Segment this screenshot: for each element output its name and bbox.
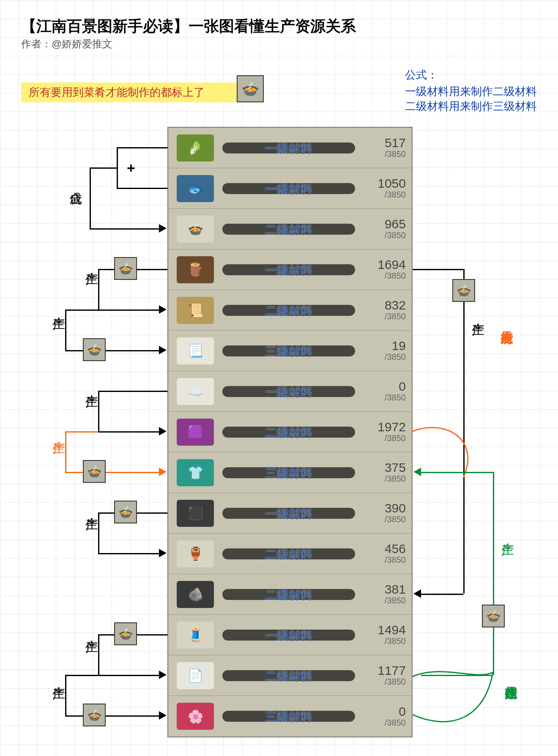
resource-row: 🧵 一级材料 1494 /3850	[168, 615, 412, 655]
plus-symbol: +	[127, 160, 135, 176]
resource-count: 1177 /3850	[359, 664, 406, 687]
dish-icon: 🍲	[114, 501, 137, 523]
resource-icon-slot: 🪨	[172, 578, 218, 611]
resource-row: 📃 三级材料 19 /3850	[168, 331, 412, 371]
resource-bar: 一级材料	[222, 260, 355, 279]
porcelain-icon: 🏺	[177, 540, 214, 567]
dish-icon: 🍲	[114, 622, 137, 645]
resource-row: 🪵 一级材料 1694 /3850	[168, 249, 412, 290]
tier-label: 一级材料	[265, 181, 312, 197]
resource-icon-slot: 🥬	[172, 132, 218, 164]
resource-bar: 三级材料	[222, 463, 355, 482]
resource-row: 🐟 一级材料 1050 /3850	[168, 168, 412, 209]
resource-row: 📄 二级材料 1177 /3850	[168, 655, 412, 696]
resource-count: 517 /3850	[359, 137, 406, 159]
formula-line: 二级材料用来制作三级材料	[405, 99, 537, 114]
resource-bar: 一级材料	[222, 138, 355, 158]
resource-count: 965 /3850	[359, 218, 406, 240]
embroidery-icon: 🌸	[177, 703, 214, 730]
resource-icon-slot: ☁️	[172, 375, 218, 408]
resource-count: 390 /3850	[359, 502, 406, 524]
formula-line: 一级材料用来制作二级材料	[405, 84, 537, 99]
dish-icon: 🍲	[177, 216, 214, 243]
dish-icon: 🍲	[83, 460, 106, 483]
resource-count: 381 /3850	[359, 583, 406, 605]
resource-bar: 二级材料	[222, 585, 355, 604]
resource-icon-slot: 🟪	[172, 416, 218, 448]
tier-label: 一级材料	[265, 506, 312, 522]
curve-green	[413, 668, 506, 736]
clay-icon: ⬛	[177, 500, 214, 527]
resource-count: 1050 /3850	[359, 177, 406, 200]
tier-label: 二级材料	[265, 222, 312, 238]
tier-label: 一级材料	[265, 628, 312, 644]
resource-row: ☁️ 一级材料 0 /3850	[168, 371, 412, 412]
tier-label: 二级材料	[265, 547, 312, 563]
formula-box: 公式： 一级材料用来制作二级材料 二级材料用来制作三级材料	[405, 68, 537, 114]
silk-cloth-icon: 📄	[177, 662, 214, 689]
formula-heading: 公式：	[405, 68, 537, 82]
tier-label: 二级材料	[265, 303, 312, 319]
resource-count: 832 /3850	[359, 299, 406, 321]
page-title: 【江南百景图新手必读】一张图看懂生产资源关系	[21, 16, 356, 37]
resource-icon-slot: 📃	[172, 335, 218, 367]
resource-bar: 二级材料	[222, 301, 355, 320]
resource-icon-slot: 🧵	[172, 619, 218, 651]
resource-count: 1972 /3850	[359, 421, 406, 443]
resource-row: 🍲 二级材料 965 /3850	[168, 209, 412, 249]
resource-bar: 二级材料	[222, 422, 355, 442]
resource-count: 0 /3850	[359, 380, 406, 403]
dish-icon: 🍲	[452, 279, 475, 302]
highlight-note: 所有要用到菜肴才能制作的都标上了	[21, 82, 251, 102]
vegetable-icon: 🥬	[177, 134, 214, 162]
resource-count: 19 /3850	[359, 340, 406, 362]
resource-icon-slot: 🍲	[172, 213, 218, 245]
dish-icon: 🍲	[83, 704, 106, 726]
tier-label: 二级材料	[265, 425, 312, 441]
tier-label: 一级材料	[265, 263, 312, 279]
resource-bar: 一级材料	[222, 504, 355, 523]
resource-row: ⬛ 一级材料 390 /3850	[168, 493, 412, 534]
resource-icon-slot: 🐟	[172, 173, 218, 205]
curve-orange	[413, 423, 489, 482]
tier-label: 一级材料	[265, 141, 312, 157]
resource-icon-slot: 📄	[172, 660, 218, 692]
resource-bar: 二级材料	[222, 544, 355, 564]
resource-icon-slot: 🏺	[172, 538, 218, 570]
garment-icon: 👕	[177, 459, 214, 486]
resource-count: 375 /3850	[359, 461, 406, 484]
resource-bar: 二级材料	[222, 219, 355, 239]
resource-row: 🪨 二级材料 381 /3850	[168, 574, 412, 615]
resource-panel: 🥬 一级材料 517 /3850 🐟 一级材料 1050 /3850 🍲 二级材…	[167, 127, 413, 737]
tier-label: 三级材料	[265, 709, 312, 725]
resource-bar: 三级材料	[222, 341, 355, 361]
author-line: 作者：@娇娇爱推文	[21, 37, 112, 51]
resource-row: 📜 二级材料 832 /3850	[168, 290, 412, 331]
tier-label: 一级材料	[265, 384, 312, 400]
silk-raw-icon: 🧵	[177, 622, 214, 649]
resource-row: 🌸 三级材料 0 /3850	[168, 696, 412, 737]
tier-label: 二级材料	[265, 587, 312, 603]
tier-label: 三级材料	[265, 344, 312, 360]
resource-bar: 一级材料	[222, 179, 355, 198]
resource-icon-slot: ⬛	[172, 497, 218, 529]
cotton-icon: ☁️	[177, 378, 214, 405]
resource-row: 🏺 二级材料 456 /3850	[168, 534, 412, 574]
paper-icon: 📃	[177, 337, 214, 364]
resource-row: 🥬 一级材料 517 /3850	[168, 128, 412, 168]
resource-bar: 三级材料	[222, 707, 355, 726]
resource-count: 1694 /3850	[359, 258, 406, 281]
dish-icon: 🍲	[114, 257, 137, 280]
resource-bar: 一级材料	[222, 625, 355, 645]
resource-icon-slot: 👕	[172, 457, 218, 489]
resource-row: 🟪 二级材料 1972 /3850	[168, 412, 412, 452]
cloth-icon: 🟪	[177, 419, 214, 446]
fish-icon: 🐟	[177, 175, 214, 202]
resource-row: 👕 三级材料 375 /3850	[168, 452, 412, 493]
dish-icon: 🍲	[237, 75, 264, 102]
resource-icon-slot: 🌸	[172, 700, 218, 732]
tier-label: 三级材料	[265, 466, 312, 482]
dish-icon: 🍲	[482, 605, 505, 627]
dish-icon: 🍲	[83, 338, 106, 361]
plank-icon: 📜	[177, 297, 214, 324]
